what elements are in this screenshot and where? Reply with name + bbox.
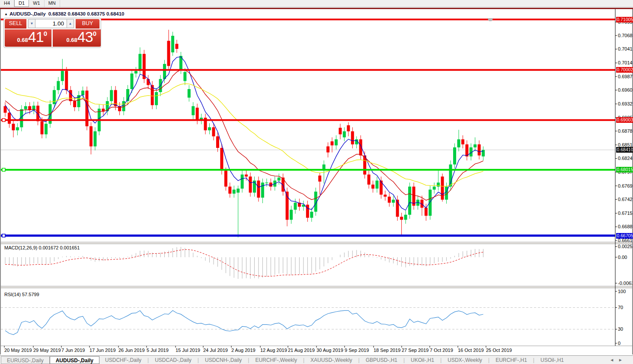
- macd-signal-value: 0.001651: [60, 245, 80, 250]
- level-badge-0.68015: 0.68015: [616, 167, 633, 172]
- price-axis-label: 0.67425: [618, 197, 632, 202]
- rsi-label: RSI(14) 57.5799: [4, 292, 39, 297]
- date-axis-label: 7 Oct 2019: [430, 348, 453, 353]
- price-axis-label: 0.66880: [618, 224, 632, 229]
- date-axis-label: 9 Sep 2019: [345, 348, 369, 353]
- macd-panel: [5, 247, 483, 279]
- volume-decrease-button[interactable]: ▼: [28, 19, 35, 28]
- date-axis-label: 17 Jun 2019: [90, 348, 116, 353]
- terminal-window: H4D1W1MN 0.709550.706850.704150.701400.6…: [0, 0, 633, 364]
- date-axis-label: 15 Jul 2019: [176, 348, 200, 353]
- chart-window[interactable]: 0.709550.706850.704150.701400.698700.696…: [0, 9, 633, 354]
- price-chart[interactable]: 0.709550.706850.704150.701400.698700.696…: [1, 9, 632, 354]
- symbol-tab-usdcaddaily[interactable]: USDCAD-,Daily: [149, 356, 197, 364]
- date-axis-label: 26 Jun 2019: [118, 348, 145, 353]
- level-badge-0.71005: 0.71005: [616, 17, 633, 22]
- macd-axis-label: -0.006326: [618, 281, 632, 286]
- macd-signal-line: [5, 249, 483, 276]
- level-badge-0.70002: 0.70002: [616, 67, 633, 73]
- sell-price-tile[interactable]: 0.68410: [5, 29, 51, 47]
- scroll-right-icon: ►: [618, 358, 627, 362]
- symbol-tab-audusddaily[interactable]: AUDUSD-,Daily: [50, 356, 99, 364]
- macd-axis-label: 0.002574: [618, 244, 632, 249]
- date-axis-label: 30 Aug 2019: [316, 348, 343, 353]
- volume-input[interactable]: [35, 19, 67, 28]
- rsi-line: [5, 310, 483, 335]
- date-axis-label: 24 Jul 2019: [203, 348, 228, 353]
- chevron-down-icon: ▼: [30, 22, 34, 26]
- symbol-tab-usoilh1[interactable]: USOil-,H1: [535, 356, 569, 364]
- symbol-tab-eurchfh1[interactable]: EURCHF-,H1: [490, 356, 533, 364]
- price-axis-label: 0.66610: [618, 238, 632, 243]
- buy-price-pips: 43: [77, 29, 93, 45]
- price-axis-label: 0.70685: [618, 33, 632, 38]
- date-axis-label: 5 Jul 2019: [147, 348, 169, 353]
- level-badge-0.69003: 0.69003: [616, 117, 633, 123]
- timeframe-button-h4[interactable]: H4: [0, 0, 14, 7]
- date-axis-label: 16 Oct 2019: [458, 348, 484, 353]
- timeframe-button-mn[interactable]: MN: [45, 0, 60, 7]
- current-price-badge: 0.68410: [616, 147, 633, 153]
- symbol-tab-usdcnhdaily[interactable]: USDCNH-,Daily: [199, 356, 247, 364]
- symbol-tab-usdchfdaily[interactable]: USDCHF-,Daily: [99, 356, 147, 364]
- symbol-tab-gbpusdh1[interactable]: GBPUSD-,H1: [360, 356, 403, 364]
- sell-price-prefix: 0.68: [17, 37, 28, 43]
- price-axis-label: 0.67695: [618, 183, 632, 188]
- price-axis-label: 0.68510: [618, 142, 632, 147]
- date-axis-label: 27 Sep 2019: [402, 348, 428, 353]
- sell-price-point: 0: [44, 30, 47, 37]
- price-axis-label: 0.70415: [618, 46, 632, 51]
- sell-price-pips: 41: [28, 29, 44, 45]
- date-axis-label: 18 Sep 2019: [374, 348, 400, 353]
- symbol-tab-bar: EURUSD-,DailyAUDUSD-,DailyUSDCHF-,Daily|…: [0, 355, 633, 364]
- symbol-tab-eurchfweekly[interactable]: EURCHF-,Weekly: [249, 356, 302, 364]
- chart-title: ▲AUDUSD-,Daily0.68382 0.68430 0.68375 0.…: [4, 11, 125, 16]
- level-badge-0.66705: 0.66705: [616, 233, 633, 239]
- tab-scroll-buttons[interactable]: ◄►: [610, 358, 627, 362]
- date-axis-label: 12 Aug 2019: [260, 348, 287, 353]
- date-axis-label: 25 Oct 2019: [486, 348, 512, 353]
- price-axis-label: 0.68785: [618, 128, 632, 134]
- chart-ohlc-values: 0.68382 0.68430 0.68375 0.68410: [48, 11, 125, 16]
- macd-axis-label: 0.00: [618, 255, 627, 260]
- symbol-tab-eurusddaily[interactable]: EURUSD-,Daily: [1, 356, 50, 364]
- hline-handle: [2, 168, 5, 171]
- price-axis-label: 0.67150: [618, 211, 632, 216]
- rsi-axis-label: 70: [618, 305, 623, 310]
- collapse-triangle-icon[interactable]: ▲: [4, 12, 8, 16]
- symbol-tab-xauusdweekly[interactable]: XAUUSD-,Weekly: [305, 356, 358, 364]
- date-axis-label: 21 Aug 2019: [288, 348, 315, 353]
- rsi-value: 57.5799: [22, 292, 39, 297]
- scroll-left-icon: ◄: [610, 358, 618, 362]
- hline-handle: [2, 118, 5, 121]
- rsi-panel: [1, 308, 615, 335]
- macd-label: MACD(12,26,9) 0.001672 0.001651: [4, 245, 80, 250]
- symbol-tab-usdxweekly[interactable]: USDX-,Weekly: [442, 356, 488, 364]
- volume-increase-button[interactable]: ▲: [67, 19, 74, 28]
- date-axis-label: 2 Aug 2019: [231, 348, 256, 353]
- buy-button[interactable]: BUY: [76, 19, 99, 29]
- macd-value: 0.001672: [38, 245, 58, 250]
- timeframe-toolbar: H4D1W1MN: [0, 0, 633, 7]
- price-axis-label: 0.68240: [618, 156, 632, 161]
- chart-symbol-label: AUDUSD-,Daily: [10, 11, 46, 16]
- buy-price-point: 0: [93, 30, 96, 37]
- price-axis-label: 0.69600: [618, 87, 632, 93]
- chevron-up-icon: ▲: [69, 22, 72, 26]
- rsi-axis-label: 100: [618, 289, 626, 294]
- one-click-trade-panel: SELL ▼ ▲ BUY 0.68410 0.68430: [3, 18, 101, 48]
- timeframe-button-d1[interactable]: D1: [14, 0, 29, 7]
- date-axis-label: 20 May 2019: [4, 348, 32, 353]
- date-axis-label: 7 Jun 2019: [61, 348, 85, 353]
- hline-handle: [2, 234, 5, 237]
- price-axis-label: 0.69325: [618, 101, 632, 106]
- buy-price-prefix: 0.68: [67, 37, 77, 43]
- date-axis-label: 29 May 2019: [33, 348, 61, 353]
- price-axis-label: 0.70140: [618, 60, 632, 65]
- buy-price-tile[interactable]: 0.68430: [53, 29, 101, 47]
- rsi-axis-label: 30: [618, 326, 623, 332]
- timeframe-button-w1[interactable]: W1: [29, 0, 45, 7]
- price-axis-label: 0.69870: [618, 74, 632, 79]
- symbol-tab-ukoilh1[interactable]: UKOil-,H1: [405, 356, 440, 364]
- sell-button[interactable]: SELL: [5, 19, 26, 29]
